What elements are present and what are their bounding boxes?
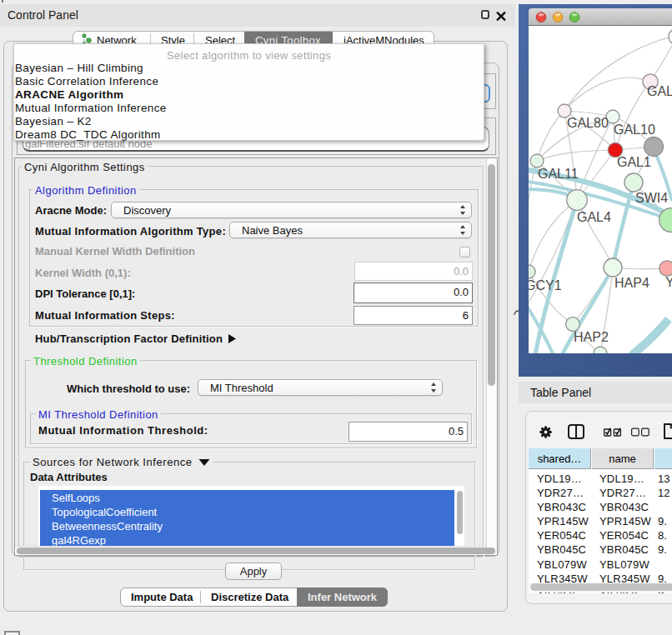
svg-text:HAP4: HAP4 [614,276,649,290]
svg-text:GCY1: GCY1 [529,278,562,292]
svg-text:SWI4: SWI4 [635,191,668,205]
svg-text:HAP2: HAP2 [574,330,609,344]
svg-text:GAL80: GAL80 [567,116,609,130]
svg-text:Y: Y [665,275,672,289]
svg-text:GAL1: GAL1 [617,155,651,169]
svg-text:GAL2: GAL2 [647,84,672,98]
svg-text:GAL10: GAL10 [614,122,655,137]
svg-text:GAL11: GAL11 [538,167,579,181]
svg-text:GAL4: GAL4 [577,210,611,224]
